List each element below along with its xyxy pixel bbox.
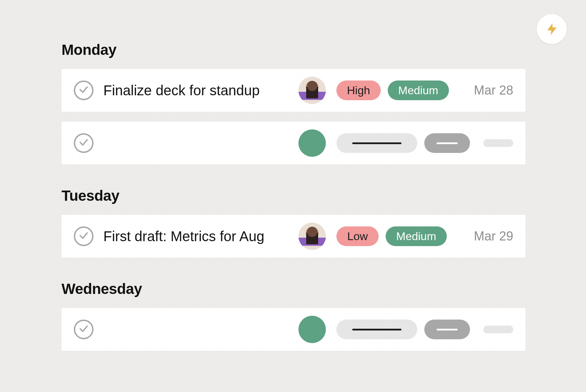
task-row[interactable]: Finalize deck for standup High Medium Ma… bbox=[62, 69, 526, 112]
placeholder-pill bbox=[336, 133, 417, 153]
placeholder-pill bbox=[424, 133, 470, 153]
task-row-placeholder[interactable] bbox=[62, 122, 526, 165]
assignee-avatar-placeholder[interactable] bbox=[298, 316, 326, 343]
complete-toggle[interactable] bbox=[74, 81, 94, 100]
assignee-avatar[interactable] bbox=[298, 223, 326, 250]
due-date: Mar 29 bbox=[474, 229, 513, 244]
task-tags: High Medium bbox=[336, 81, 449, 100]
task-tags: Low Medium bbox=[336, 226, 447, 246]
placeholder-date-bar bbox=[483, 326, 513, 333]
day-section-tuesday: Tuesday First draft: Metrics for Aug Low… bbox=[62, 187, 526, 258]
rules-bolt-button[interactable] bbox=[537, 14, 567, 44]
task-list-by-day: Monday Finalize deck for standup High Me… bbox=[62, 41, 526, 374]
placeholder-date-bar bbox=[483, 139, 513, 147]
checkmark-icon bbox=[78, 137, 89, 149]
task-title: Finalize deck for standup bbox=[103, 83, 260, 98]
priority-pill[interactable]: Low bbox=[336, 226, 379, 246]
day-heading: Tuesday bbox=[62, 187, 526, 204]
assignee-avatar[interactable] bbox=[298, 77, 326, 104]
lightning-bolt-icon bbox=[545, 22, 559, 36]
checkmark-icon bbox=[78, 323, 89, 335]
day-heading: Monday bbox=[62, 41, 526, 58]
complete-toggle[interactable] bbox=[74, 226, 94, 246]
day-section-monday: Monday Finalize deck for standup High Me… bbox=[62, 41, 526, 165]
effort-pill[interactable]: Medium bbox=[386, 226, 447, 246]
task-tags bbox=[336, 320, 470, 339]
placeholder-pill bbox=[336, 320, 417, 339]
complete-toggle[interactable] bbox=[74, 133, 94, 153]
complete-toggle[interactable] bbox=[74, 320, 94, 339]
effort-pill[interactable]: Medium bbox=[388, 81, 449, 100]
checkmark-icon bbox=[78, 84, 89, 96]
task-title: First draft: Metrics for Aug bbox=[103, 229, 264, 244]
task-row-placeholder[interactable] bbox=[62, 308, 526, 351]
due-date: Mar 28 bbox=[474, 83, 513, 98]
placeholder-pill bbox=[424, 320, 470, 339]
day-heading: Wednesday bbox=[62, 281, 526, 297]
checkmark-icon bbox=[78, 230, 89, 242]
task-row[interactable]: First draft: Metrics for Aug Low Medium … bbox=[62, 215, 526, 258]
day-section-wednesday: Wednesday bbox=[62, 281, 526, 351]
assignee-avatar-placeholder[interactable] bbox=[298, 129, 326, 157]
priority-pill[interactable]: High bbox=[336, 81, 381, 100]
task-tags bbox=[336, 133, 470, 153]
